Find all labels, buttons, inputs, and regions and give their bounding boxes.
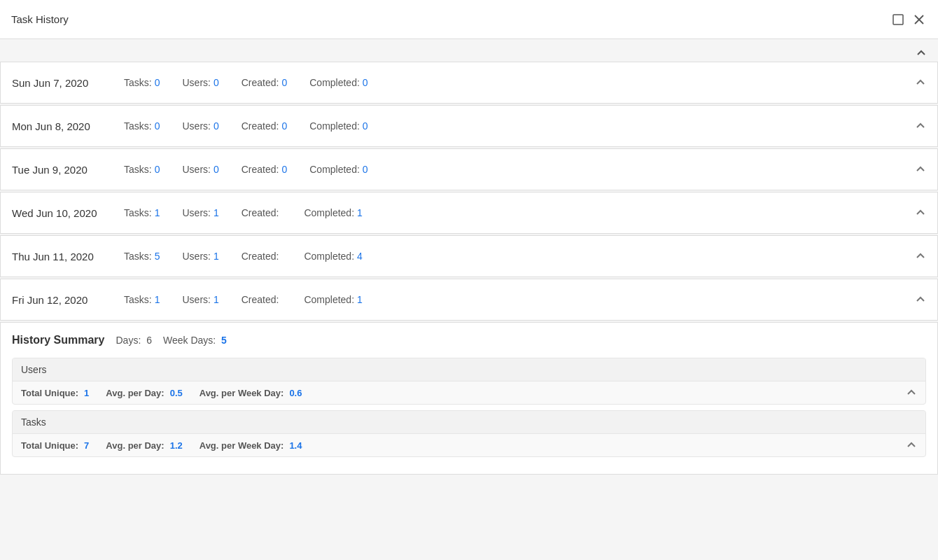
users-value: 1	[214, 251, 219, 262]
day-stats: Tasks: 0 Users: 0 Created: 0 Completed: …	[124, 164, 915, 175]
total-unique-value: 1	[84, 388, 89, 398]
collapse-all-button[interactable]	[916, 48, 927, 59]
avg-per-day-stat: Avg. per Day: 0.5	[106, 388, 182, 398]
day-row-fri-jun-12: Fri Jun 12, 2020 Tasks: 1 Users: 1 Creat…	[0, 279, 938, 321]
users-stat: Users: 1	[182, 207, 218, 218]
users-value: 1	[214, 294, 219, 305]
completed-label: Completed:	[309, 164, 360, 175]
day-stats: Tasks: 1 Users: 1 Created: Completed: 1	[124, 294, 915, 305]
day-toggle-button[interactable]	[915, 294, 926, 305]
tasks-label: Tasks:	[124, 77, 152, 88]
days-label: Days:	[116, 335, 141, 346]
tasks-value: 1	[155, 294, 160, 305]
group-toggle-button[interactable]	[906, 440, 917, 451]
users-label: Users:	[182, 294, 210, 305]
tasks-value: 0	[155, 120, 160, 132]
group-stats-row: Total Unique: 1 Avg. per Day: 0.5 Avg. p…	[13, 382, 925, 404]
day-label: Wed Jun 10, 2020	[12, 207, 124, 219]
summary-header: History Summary Days: 6 Week Days: 5	[12, 334, 926, 346]
created-label: Created:	[241, 120, 279, 132]
day-label: Thu Jun 11, 2020	[12, 251, 124, 262]
tasks-stat: Tasks: 0	[124, 77, 160, 88]
day-row-wed-jun-10: Wed Jun 10, 2020 Tasks: 1 Users: 1 Creat…	[0, 192, 938, 234]
day-toggle-button[interactable]	[915, 77, 926, 88]
completed-stat: Completed: 0	[309, 77, 368, 88]
users-stat: Users: 1	[182, 251, 218, 262]
total-unique-label: Total Unique:	[21, 388, 78, 398]
group-header: Users	[13, 358, 925, 382]
created-stat: Created:	[241, 251, 282, 262]
title-bar: Task History	[0, 0, 938, 39]
summary-group-users-group: Users Total Unique: 1 Avg. per Day: 0.5 …	[12, 358, 926, 405]
avg-per-week-day-label: Avg. per Week Day:	[200, 440, 284, 451]
day-row-sun-jun-7: Sun Jun 7, 2020 Tasks: 0 Users: 0 Create…	[0, 62, 938, 104]
completed-label: Completed:	[304, 207, 354, 218]
completed-label: Completed:	[309, 77, 360, 88]
completed-label: Completed:	[304, 251, 354, 262]
tasks-stat: Tasks: 5	[124, 251, 160, 262]
tasks-stat: Tasks: 1	[124, 207, 160, 218]
completed-value: 4	[357, 251, 363, 262]
summary-group-tasks-group: Tasks Total Unique: 7 Avg. per Day: 1.2 …	[12, 410, 926, 457]
day-row-tue-jun-9: Tue Jun 9, 2020 Tasks: 0 Users: 0 Create…	[0, 148, 938, 190]
group-stats-row: Total Unique: 7 Avg. per Day: 1.2 Avg. p…	[13, 434, 925, 456]
window-title: Task History	[11, 13, 69, 25]
tasks-label: Tasks:	[124, 251, 152, 262]
day-toggle-button[interactable]	[915, 207, 926, 218]
users-stat: Users: 0	[182, 120, 218, 132]
day-label: Tue Jun 9, 2020	[12, 164, 124, 176]
users-label: Users:	[182, 120, 210, 132]
tasks-stat: Tasks: 1	[124, 294, 160, 305]
day-toggle-button[interactable]	[915, 164, 926, 175]
day-row-mon-jun-8: Mon Jun 8, 2020 Tasks: 0 Users: 0 Create…	[0, 105, 938, 147]
users-label: Users:	[182, 207, 210, 218]
close-button[interactable]	[911, 12, 927, 27]
day-row-thu-jun-11: Thu Jun 11, 2020 Tasks: 5 Users: 1 Creat…	[0, 235, 938, 277]
day-label: Fri Jun 12, 2020	[12, 294, 124, 306]
summary-groups: Users Total Unique: 1 Avg. per Day: 0.5 …	[12, 358, 926, 457]
day-stats: Tasks: 0 Users: 0 Created: 0 Completed: …	[124, 77, 915, 88]
tasks-value: 5	[155, 251, 160, 262]
completed-stat: Completed: 0	[309, 120, 368, 132]
tasks-stat: Tasks: 0	[124, 164, 160, 175]
created-label: Created:	[241, 164, 279, 175]
created-label: Created:	[241, 77, 279, 88]
avg-per-day-value: 1.2	[170, 440, 183, 451]
users-stat: Users: 0	[182, 164, 218, 175]
users-value: 0	[214, 164, 219, 175]
summary-title: History Summary	[12, 334, 105, 346]
completed-label: Completed:	[304, 294, 354, 305]
group-toggle-button[interactable]	[906, 387, 917, 398]
completed-label: Completed:	[309, 120, 360, 132]
users-value: 0	[214, 120, 219, 132]
day-stats: Tasks: 0 Users: 0 Created: 0 Completed: …	[124, 120, 915, 132]
avg-per-week-day-stat: Avg. per Week Day: 1.4	[200, 440, 302, 451]
completed-value: 1	[357, 207, 363, 218]
avg-per-week-day-stat: Avg. per Week Day: 0.6	[200, 388, 302, 398]
users-stat: Users: 1	[182, 294, 218, 305]
avg-per-week-day-value: 1.4	[289, 440, 302, 451]
day-stats: Tasks: 5 Users: 1 Created: Completed: 4	[124, 251, 915, 262]
day-toggle-button[interactable]	[915, 120, 926, 132]
users-label: Users:	[182, 77, 210, 88]
week-days-value: 5	[221, 335, 227, 346]
created-value: 0	[281, 120, 287, 132]
completed-stat: Completed: 1	[304, 294, 362, 305]
tasks-value: 0	[155, 164, 160, 175]
tasks-label: Tasks:	[124, 120, 152, 132]
avg-per-week-day-label: Avg. per Week Day:	[200, 388, 284, 398]
main-window: Task History	[0, 0, 938, 560]
users-stat: Users: 0	[182, 77, 218, 88]
tasks-label: Tasks:	[124, 207, 152, 218]
total-unique-stat: Total Unique: 7	[21, 440, 89, 451]
users-label: Users:	[182, 164, 210, 175]
created-label: Created:	[241, 207, 279, 218]
day-toggle-button[interactable]	[915, 251, 926, 262]
avg-per-week-day-value: 0.6	[289, 388, 302, 398]
tasks-label: Tasks:	[124, 294, 152, 305]
maximize-button[interactable]	[890, 12, 906, 27]
created-stat: Created: 0	[241, 164, 288, 175]
week-days-meta: Week Days: 5	[163, 335, 227, 346]
created-stat: Created:	[241, 207, 282, 218]
completed-value: 0	[363, 77, 368, 88]
